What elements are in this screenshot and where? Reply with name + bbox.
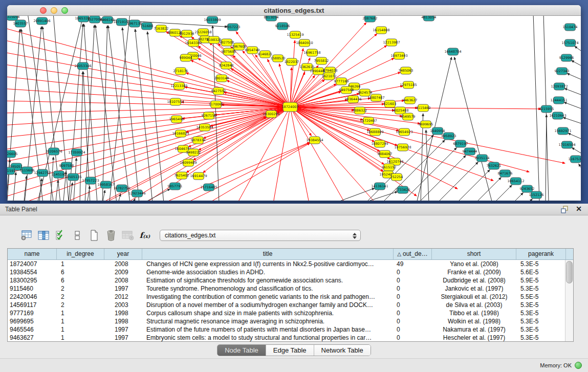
graph-node[interactable]: 1145193 <box>52 171 67 178</box>
edge[interactable] <box>134 199 135 201</box>
graph-node-selected[interactable]: 7163822 <box>154 25 169 32</box>
graph-node[interactable]: 17359924 <box>68 149 85 156</box>
edge[interactable] <box>102 26 107 201</box>
selected-edge[interactable] <box>290 107 309 201</box>
edge[interactable] <box>572 148 581 153</box>
close-panel-icon[interactable]: ✕ <box>576 205 582 213</box>
selected-edge[interactable] <box>207 143 310 201</box>
edge[interactable] <box>477 178 501 201</box>
selected-edge[interactable] <box>7 101 290 107</box>
graph-node-selected[interactable]: 9884067 <box>378 150 393 158</box>
graph-node[interactable]: 1733426 <box>396 186 410 193</box>
edge[interactable] <box>95 25 117 201</box>
function-builder-icon[interactable]: f(x) <box>139 229 151 242</box>
edge[interactable] <box>70 183 73 201</box>
graph-node[interactable]: 1152126 <box>529 191 544 199</box>
table-row[interactable]: 2242004622012Investigating the contribut… <box>8 293 565 301</box>
edge[interactable] <box>103 190 105 201</box>
edge[interactable] <box>515 193 523 201</box>
edge[interactable] <box>533 16 539 201</box>
graph-node[interactable]: 15751074 <box>561 39 578 47</box>
graph-node-selected[interactable]: 1822037 <box>285 58 299 65</box>
graph-node[interactable]: 14136141 <box>371 183 388 190</box>
graph-node-selected[interactable]: 9777169 <box>334 78 349 85</box>
graph-node-selected[interactable]: 6497568 <box>339 86 354 94</box>
graph-node-selected[interactable]: 18640910 <box>296 39 313 47</box>
graph-node-selected[interactable]: 9115460 <box>416 104 431 112</box>
window-titlebar[interactable]: citations_edges.txt <box>7 5 581 16</box>
edge[interactable] <box>7 160 10 201</box>
graph-node-selected[interactable]: 5878334 <box>191 137 206 144</box>
tab-node-table[interactable]: Node Table <box>217 345 266 356</box>
table-row[interactable]: 1872400712008Changes of HCN gene express… <box>8 260 565 268</box>
column-header-year[interactable]: year <box>104 249 142 259</box>
selected-edge[interactable] <box>290 107 417 196</box>
graph-node-selected[interactable]: 14099489 <box>180 159 197 166</box>
graph-node[interactable]: 8215955 <box>539 105 554 113</box>
graph-node-selected[interactable]: 621603 <box>384 100 397 107</box>
graph-node[interactable]: 1115686 <box>20 167 35 174</box>
graph-node-selected[interactable]: 8912934 <box>180 30 194 37</box>
graph-node-selected[interactable]: 12975185 <box>400 81 417 89</box>
edge[interactable] <box>579 164 581 167</box>
graph-node[interactable]: 6879197 <box>453 140 468 147</box>
table-row[interactable]: 1456911722003Disruption of a novel membe… <box>8 301 565 309</box>
edge[interactable] <box>426 130 429 201</box>
table-row[interactable]: 911546021997Tourette syndrome. Phenomeno… <box>8 285 565 293</box>
graph-node-selected[interactable]: 5498222 <box>186 149 201 156</box>
edge[interactable] <box>340 188 375 201</box>
graph-node[interactable]: 16210643 <box>549 112 566 119</box>
column-header-in_degree[interactable]: in_degree <box>57 249 104 259</box>
scrollbar-thumb[interactable] <box>566 261 573 283</box>
graph-node-selected[interactable]: 7955812 <box>314 57 329 64</box>
table-selector-dropdown[interactable]: citations_edges.txt <box>160 230 361 241</box>
edge[interactable] <box>84 24 97 201</box>
column-header-out_de[interactable]: △out_de… <box>394 249 432 259</box>
graph-node[interactable]: 1640954 <box>430 127 445 135</box>
graph-node[interactable]: 9129966 <box>559 54 574 61</box>
edge[interactable] <box>563 117 581 123</box>
tab-network-table[interactable]: Network Table <box>314 345 371 356</box>
graph-node-selected[interactable]: 11325419 <box>287 31 303 38</box>
graph-node[interactable]: 2935114 <box>475 155 490 162</box>
graph-node-selected[interactable]: 12213987 <box>383 39 400 46</box>
graph-node[interactable]: 751688 <box>141 23 154 30</box>
graph-node-selected[interactable]: 9549579 <box>401 113 416 120</box>
graph-node[interactable]: 6466161 <box>100 16 115 24</box>
selected-edge[interactable] <box>7 107 290 113</box>
graph-node[interactable]: 16033809 <box>204 16 221 24</box>
select-all-icon[interactable] <box>54 229 67 242</box>
selected-edge[interactable] <box>184 143 310 201</box>
graph-node[interactable]: 12942757 <box>34 169 51 177</box>
graph-node-selected[interactable]: 9875685 <box>222 48 236 55</box>
graph-node[interactable]: 10654112 <box>507 178 524 185</box>
graph-node-selected[interactable]: 9267150 <box>202 112 216 119</box>
graph-node[interactable]: 19958167 <box>97 181 114 188</box>
edge[interactable] <box>13 172 16 201</box>
graph-node-selected[interactable]: 9699695 <box>419 121 433 128</box>
graph-node[interactable]: 20206576 <box>45 148 62 155</box>
rows-icon[interactable] <box>71 229 83 242</box>
graph-node-selected[interactable]: 3624574 <box>358 89 373 96</box>
graph-node[interactable]: 8813054 <box>264 16 279 21</box>
graph-node[interactable]: 7632621 <box>487 162 502 169</box>
table-row[interactable]: 969969511998Structural magnetic resonanc… <box>8 317 565 325</box>
edge[interactable] <box>567 73 581 79</box>
graph-node[interactable]: 7857223 <box>226 24 241 31</box>
edge[interactable] <box>564 102 581 108</box>
graph-node-selected[interactable]: 9242848 <box>219 62 234 69</box>
graph-node[interactable]: 9218506 <box>275 23 290 30</box>
graph-node[interactable]: 16648784 <box>444 48 461 55</box>
graph-node[interactable]: 13505135 <box>64 173 81 181</box>
table-row[interactable]: 1830029562008Estimation of significance … <box>8 276 565 285</box>
graph-node-selected[interactable]: 20364436 <box>344 96 361 103</box>
vertical-scrollbar[interactable] <box>565 260 573 341</box>
show-columns-icon[interactable] <box>37 229 50 242</box>
delete-column-icon[interactable] <box>105 229 117 242</box>
graph-node-selected[interactable]: 23226058 <box>194 29 211 36</box>
graph-node[interactable]: 8471676 <box>498 170 513 177</box>
edge[interactable] <box>110 16 130 201</box>
graph-node[interactable]: 1967138 <box>127 20 142 27</box>
graph-node[interactable]: 8958923 <box>442 133 456 140</box>
graph-node-selected[interactable]: 252254 <box>390 173 403 181</box>
